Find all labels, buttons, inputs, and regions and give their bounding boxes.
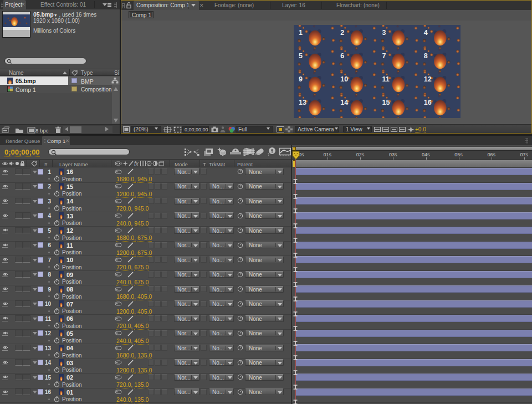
svg-text:11: 11 [382, 75, 390, 83]
svg-text:8: 8 [424, 52, 428, 60]
svg-text:1: 1 [299, 29, 303, 37]
svg-text:13: 13 [299, 99, 306, 106]
svg-text:16: 16 [424, 99, 432, 106]
svg-text:2: 2 [340, 29, 344, 37]
svg-text:12: 12 [424, 75, 432, 83]
svg-text:15: 15 [382, 99, 390, 106]
svg-text:10: 10 [340, 75, 348, 83]
svg-text:4: 4 [424, 29, 428, 37]
svg-text:14: 14 [340, 99, 348, 106]
svg-text:6: 6 [340, 52, 344, 60]
svg-text:7: 7 [382, 52, 386, 60]
svg-text:9: 9 [299, 75, 303, 83]
svg-text:3: 3 [382, 29, 386, 37]
svg-text:5: 5 [299, 52, 303, 60]
